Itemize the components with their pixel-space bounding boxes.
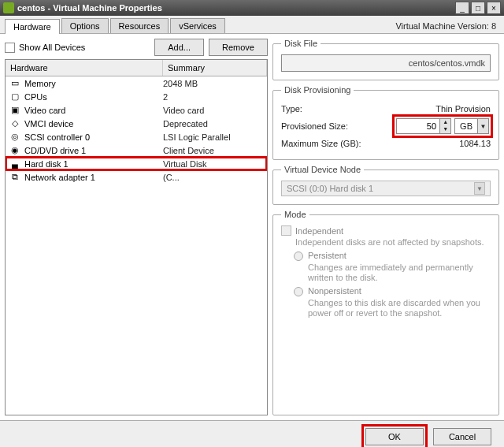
- cpu-icon: ▢: [9, 91, 21, 102]
- hw-name: Memory: [24, 79, 163, 88]
- hw-summary: 2048 MB: [163, 79, 264, 88]
- hw-row-scsi[interactable]: ◎ SCSI controller 0 LSI Logic Parallel: [6, 130, 267, 143]
- ok-highlight: OK: [364, 427, 425, 447]
- nonpersistent-desc: Changes to this disk are discarded when …: [308, 298, 491, 318]
- disk-file-legend: Disk File: [281, 39, 321, 48]
- show-all-checkbox[interactable]: [5, 43, 15, 53]
- independent-desc: Independent disks are not affected by sn…: [295, 237, 491, 248]
- virtual-device-node-group: Virtual Device Node SCSI (0:0) Hard disk…: [272, 165, 499, 205]
- disk-provisioning-legend: Disk Provisioning: [281, 85, 354, 95]
- app-icon: [3, 2, 14, 13]
- disk-file-group: Disk File centos/centos.vmdk: [272, 39, 499, 80]
- close-button[interactable]: ×: [487, 2, 501, 14]
- col-summary[interactable]: Summary: [163, 60, 267, 76]
- content-area: Show All Devices Add... Remove Hardware …: [0, 34, 504, 420]
- minimize-button[interactable]: _: [455, 2, 469, 14]
- nic-icon: ⧉: [9, 172, 21, 183]
- memory-icon: ▭: [9, 78, 21, 89]
- hw-row-memory[interactable]: ▭ Memory 2048 MB: [6, 76, 267, 90]
- hw-name: VMCI device: [24, 119, 163, 129]
- left-panel: Show All Devices Add... Remove Hardware …: [5, 39, 268, 415]
- vm-properties-window: centos - Virtual Machine Properties _ □ …: [0, 0, 504, 447]
- hw-name: Hard disk 1: [24, 159, 163, 169]
- tab-options[interactable]: Options: [61, 18, 109, 33]
- independent-checkbox: [281, 225, 291, 236]
- vnode-combo: SCSI (0:0) Hard disk 1 ▼: [281, 181, 491, 196]
- hw-row-vmci[interactable]: ◇ VMCI device Deprecated: [6, 117, 267, 130]
- footer: OK Cancel: [0, 420, 504, 447]
- chevron-down-icon[interactable]: ▼: [477, 119, 488, 133]
- max-size-label: Maximum Size (GB):: [281, 139, 368, 148]
- prov-size-label: Provisioned Size:: [281, 121, 368, 131]
- hw-row-video[interactable]: ▣ Video card Video card: [6, 103, 267, 117]
- prov-size-highlight: ▲ ▼ GB ▼: [395, 117, 491, 136]
- tab-resources[interactable]: Resources: [110, 18, 169, 33]
- maximize-button[interactable]: □: [471, 2, 485, 14]
- hw-name: CPUs: [24, 92, 163, 102]
- disk-icon: ▄: [9, 158, 21, 169]
- disk-file-path: centos/centos.vmdk: [281, 54, 491, 72]
- hw-summary: Video card: [163, 106, 264, 115]
- hw-row-nic[interactable]: ⧉ Network adapter 1 (C...: [6, 170, 267, 184]
- prov-size-unit: GB: [455, 121, 477, 131]
- col-hardware[interactable]: Hardware: [6, 60, 163, 76]
- prov-type-value: Thin Provision: [368, 104, 491, 114]
- cd-icon: ◉: [9, 145, 21, 156]
- titlebar: centos - Virtual Machine Properties _ □ …: [0, 0, 504, 16]
- hw-summary: Virtual Disk: [163, 159, 264, 169]
- hw-row-cd[interactable]: ◉ CD/DVD drive 1 Client Device: [6, 143, 267, 157]
- mode-group: Mode Independent Independent disks are n…: [272, 210, 499, 415]
- spin-up-icon[interactable]: ▲: [439, 119, 450, 126]
- remove-button[interactable]: Remove: [209, 39, 268, 56]
- cancel-button[interactable]: Cancel: [433, 428, 491, 445]
- prov-size-spinner[interactable]: ▲ ▼: [396, 118, 451, 134]
- video-icon: ▣: [9, 105, 21, 116]
- persistent-label: Persistent: [308, 251, 491, 260]
- persistent-desc: Changes are immediately and permanently …: [308, 263, 491, 283]
- vnode-value: SCSI (0:0) Hard disk 1: [287, 184, 373, 193]
- spin-down-icon[interactable]: ▼: [439, 126, 450, 133]
- vnode-legend: Virtual Device Node: [281, 165, 364, 174]
- hw-name: Video card: [24, 106, 163, 115]
- prov-type-label: Type:: [281, 104, 368, 114]
- hw-row-cpus[interactable]: ▢ CPUs 2: [6, 90, 267, 103]
- hw-summary: Deprecated: [163, 119, 264, 129]
- nonpersistent-radio: [294, 287, 303, 296]
- independent-label: Independent: [295, 226, 343, 236]
- vm-version-label: Virtual Machine Version: 8: [395, 21, 499, 31]
- right-panel: Disk File centos/centos.vmdk Disk Provis…: [272, 39, 499, 415]
- top-controls: Show All Devices Add... Remove: [5, 39, 268, 56]
- hw-name: Network adapter 1: [24, 173, 163, 182]
- hw-summary: LSI Logic Parallel: [163, 132, 264, 142]
- hw-row-disk[interactable]: ▄ Hard disk 1 Virtual Disk: [6, 157, 267, 170]
- hw-name: SCSI controller 0: [24, 132, 163, 142]
- disk-provisioning-group: Disk Provisioning Type: Thin Provision P…: [272, 85, 499, 160]
- hw-summary: 2: [163, 92, 264, 102]
- nonpersistent-label: Nonpersistent: [308, 286, 491, 296]
- tab-hardware[interactable]: Hardware: [5, 19, 60, 34]
- hw-summary: (C...: [163, 173, 264, 182]
- hardware-list: Hardware Summary ▭ Memory 2048 MB ▢ CPUs…: [5, 59, 268, 415]
- persistent-radio: [294, 251, 303, 261]
- prov-size-unit-combo[interactable]: GB ▼: [454, 118, 489, 134]
- scsi-icon: ◎: [9, 132, 21, 143]
- tab-bar: Hardware Options Resources vServices Vir…: [0, 16, 504, 34]
- window-title: centos - Virtual Machine Properties: [17, 3, 454, 13]
- ok-button[interactable]: OK: [365, 428, 424, 445]
- prov-size-input[interactable]: [397, 119, 439, 133]
- add-button[interactable]: Add...: [154, 39, 204, 56]
- vmci-icon: ◇: [9, 118, 21, 129]
- hw-summary: Client Device: [163, 146, 264, 155]
- mode-legend: Mode: [281, 210, 309, 219]
- show-all-label: Show All Devices: [19, 43, 85, 52]
- max-size-value: 1084.13: [368, 139, 491, 148]
- chevron-down-icon: ▼: [474, 182, 485, 195]
- hw-name: CD/DVD drive 1: [24, 146, 163, 155]
- hardware-list-header: Hardware Summary: [6, 60, 267, 76]
- tab-vservices[interactable]: vServices: [170, 18, 225, 33]
